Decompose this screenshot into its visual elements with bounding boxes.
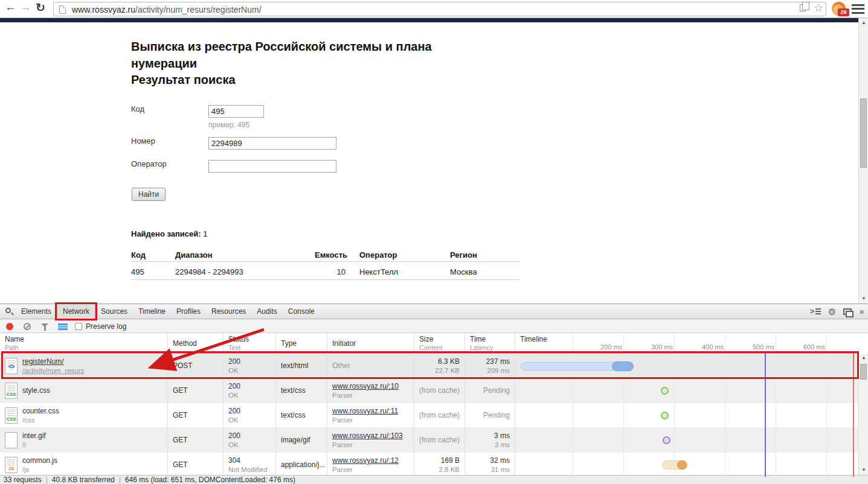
address-bar[interactable]: www.rossvyaz.ru/activity/num_resurs/regi…: [53, 2, 826, 16]
tab-profiles[interactable]: Profiles: [171, 304, 206, 319]
devtools-tab-bar: Elements Network Sources Timeline Profil…: [0, 304, 868, 319]
network-row-countercss[interactable]: CSS counter.css /css GET 200OK text/css …: [0, 403, 858, 428]
timeline-bar-dark: [612, 361, 634, 371]
tab-network[interactable]: Network: [57, 304, 95, 319]
web-page: Выписка из реестра Российской системы и …: [0, 18, 858, 304]
back-icon[interactable]: ←: [5, 1, 16, 14]
timing-summary: 646 ms (load: 651 ms, DOMContentLoaded: …: [125, 476, 295, 484]
request-path[interactable]: /activity/num_resurs: [22, 367, 84, 374]
browser-toolbar: ← → ↻ www.rossvyaz.ru/activity/num_resur…: [0, 0, 868, 18]
page-title: Выписка из реестра Российской системы и …: [131, 38, 493, 72]
col-initiator[interactable]: Initiator: [327, 333, 414, 354]
image-file-icon: [5, 432, 18, 448]
network-row-registernum[interactable]: <> registerNum/ /activity/num_resurs POS…: [0, 354, 858, 378]
request-path: /css: [22, 416, 34, 424]
operator-input[interactable]: [208, 160, 336, 173]
timeline-tick: 300 ms: [637, 343, 673, 351]
col-status[interactable]: StatusText: [223, 333, 276, 354]
col-name[interactable]: NamePath: [0, 333, 168, 354]
kod-input[interactable]: [208, 105, 264, 118]
col-header-emkost: Емкость: [278, 250, 347, 260]
forward-icon[interactable]: →: [20, 1, 31, 14]
initiator-link[interactable]: www.rossvyaz.ru/:103: [332, 431, 403, 440]
url-text[interactable]: www.rossvyaz.ru/activity/num_resurs/regi…: [72, 5, 262, 14]
tab-console[interactable]: Console: [283, 304, 320, 319]
css-file-icon: CSS: [5, 383, 18, 399]
timeline-tick: 400 ms: [687, 343, 724, 351]
css-file-icon: CSS: [5, 407, 18, 424]
timeline-dot-green: [661, 387, 669, 395]
request-path: /i: [22, 441, 26, 448]
request-name-link[interactable]: registerNum/: [22, 357, 64, 366]
request-name[interactable]: counter.css: [22, 407, 59, 415]
scroll-up-icon[interactable]: ▲: [861, 20, 867, 25]
page-icon: [59, 5, 66, 14]
nomer-input[interactable]: [208, 137, 336, 150]
timeline-dot-purple: [663, 436, 670, 444]
initiator-link[interactable]: www.rossvyaz.ru/:11: [332, 407, 398, 415]
scroll-up-icon[interactable]: ▲: [861, 355, 867, 360]
record-icon[interactable]: [6, 323, 13, 330]
page-scrollbar[interactable]: ▲ ▼: [858, 18, 868, 304]
refresh-icon[interactable]: ↻: [36, 1, 45, 14]
cell-initiator: Other: [327, 354, 414, 378]
tab-sources[interactable]: Sources: [95, 304, 133, 319]
row-operator: НекстТелл: [359, 267, 398, 276]
tab-timeline[interactable]: Timeline: [133, 304, 171, 319]
clear-icon[interactable]: [24, 323, 31, 330]
bookmark-star-icon[interactable]: ☆: [814, 1, 823, 14]
col-time[interactable]: TimeLatency: [465, 333, 515, 354]
devtools-scrollbar[interactable]: ▲ ▼: [858, 354, 868, 475]
gear-icon[interactable]: ⚙: [828, 307, 836, 316]
transferred-size: 40.8 KB transferred: [52, 476, 115, 484]
screen: ← → ↻ www.rossvyaz.ru/activity/num_resur…: [0, 0, 868, 484]
row-region: Москва: [450, 267, 477, 276]
timeline-dot-orange: [677, 460, 687, 470]
domcontentloaded-line: [765, 352, 766, 477]
network-row-commonjs[interactable]: JS common.js /js GET 304Not Modified app…: [0, 453, 858, 477]
dock-side-icon[interactable]: [843, 308, 852, 315]
preserve-log-label: Preserve log: [86, 322, 126, 331]
console-drawer-icon[interactable]: >: [810, 308, 821, 315]
col-header-operator: Оператор: [359, 250, 397, 260]
request-name[interactable]: inter.gif: [22, 431, 46, 440]
tab-audits[interactable]: Audits: [251, 304, 282, 319]
close-icon[interactable]: ×: [859, 307, 864, 316]
request-name[interactable]: common.js: [22, 456, 57, 465]
small-rows-icon[interactable]: [58, 323, 68, 330]
network-row-stylecss[interactable]: CSS style.css GET 200OK text/css www.ros…: [0, 378, 858, 403]
col-size[interactable]: SizeContent: [414, 333, 465, 354]
network-row-intergif[interactable]: inter.gif /i GET 200OK image/gif www.ros…: [0, 428, 858, 453]
tab-resources[interactable]: Resources: [206, 304, 251, 319]
scroll-down-icon[interactable]: ▼: [861, 296, 867, 301]
tab-elements[interactable]: Elements: [16, 304, 57, 319]
kod-label: Код: [131, 104, 144, 113]
search-icon[interactable]: [5, 308, 11, 313]
timeline-dot-green: [661, 412, 669, 419]
page-scrollbar-thumb[interactable]: [860, 98, 867, 168]
requests-count: 33 requests: [4, 476, 42, 484]
operator-label: Оператор: [131, 159, 167, 168]
preserve-log-checkbox[interactable]: [75, 323, 82, 330]
filter-icon[interactable]: [41, 323, 48, 327]
request-path: /js: [22, 466, 30, 473]
browser-menu-icon[interactable]: [852, 4, 864, 14]
col-method[interactable]: Method: [168, 333, 223, 354]
timeline-tick: 500 ms: [738, 343, 774, 351]
js-file-icon: JS: [5, 457, 18, 473]
copy-pages-icon[interactable]: [800, 4, 806, 11]
scroll-down-icon[interactable]: ▼: [861, 467, 867, 473]
col-type[interactable]: Type: [276, 333, 327, 354]
initiator-link[interactable]: www.rossvyaz.ru/:10: [332, 382, 399, 390]
devtools-scrollbar-thumb[interactable]: [860, 364, 867, 380]
extension-badge: 29: [838, 8, 849, 16]
initiator-link[interactable]: www.rossvyaz.ru/:12: [332, 456, 399, 465]
row-diapazon: 2294984 - 2294993: [175, 267, 243, 276]
request-name[interactable]: style.css: [22, 386, 50, 395]
cell-type: text/html: [276, 354, 327, 378]
timeline-tick: 600 ms: [789, 343, 825, 351]
results-count: Найдено записей: 1: [131, 229, 208, 238]
network-table-header: NamePath Method StatusText Type Initiato…: [0, 333, 858, 354]
row-emkost: 10: [278, 267, 346, 276]
search-button[interactable]: Найти: [132, 188, 166, 201]
